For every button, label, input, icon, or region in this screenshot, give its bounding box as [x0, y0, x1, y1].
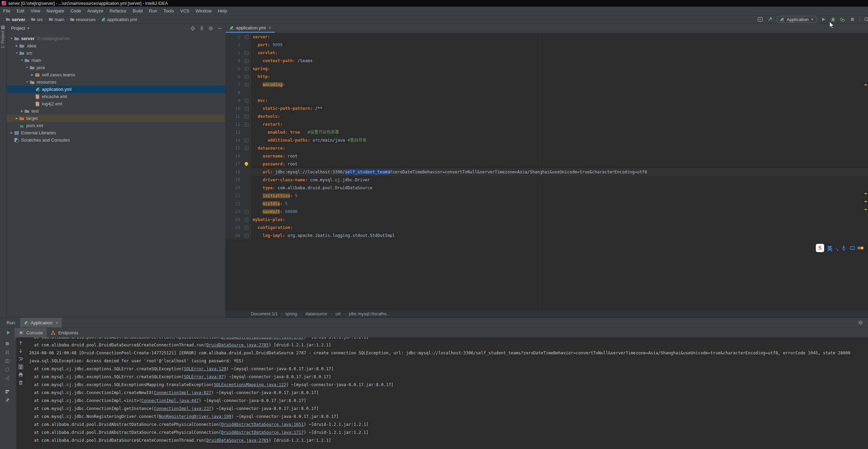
- fold-end-icon[interactable]: −: [245, 210, 248, 214]
- code-line-1[interactable]: 1−server:: [226, 33, 868, 41]
- keyboard-icon[interactable]: [850, 245, 855, 251]
- stack-trace-link[interactable]: ConnectionImpl.java:447: [141, 398, 199, 403]
- up-arrow-icon[interactable]: [18, 340, 23, 346]
- code-line-8[interactable]: 8: [226, 89, 868, 97]
- tree-right-arrow-icon[interactable]: ▶: [9, 131, 14, 134]
- tree-right-arrow-icon[interactable]: ▶: [20, 109, 24, 113]
- tree-right-arrow-icon[interactable]: ▶: [15, 44, 19, 47]
- editor-breadcrumb-item[interactable]: Document 1/1: [251, 312, 278, 316]
- code-line-11[interactable]: 11− devtools:: [226, 113, 868, 121]
- run-tab-application[interactable]: Application ×: [20, 318, 62, 327]
- tree-item-resources[interactable]: ▼resources: [7, 78, 225, 86]
- menu-item-run[interactable]: Run: [146, 7, 160, 15]
- fold-end-icon[interactable]: −: [245, 234, 248, 238]
- code-line-12[interactable]: 12− restart:: [226, 121, 868, 128]
- tree-item-External-Libraries[interactable]: ▶External Libraries: [7, 129, 225, 136]
- close-icon[interactable]: ×: [268, 25, 271, 30]
- stack-trace-link[interactable]: SQLExceptionsMapping.java:122: [214, 382, 286, 387]
- menu-item-edit[interactable]: Edit: [13, 7, 27, 15]
- tree-item-log4j2-xml[interactable]: <>log4j2.xml: [7, 100, 225, 107]
- code-line-10[interactable]: 10− static-path-pattern: /**: [226, 105, 868, 113]
- code-line-5[interactable]: 5−spring:: [226, 65, 868, 73]
- code-line-18[interactable]: 18 url: jdbc:mysql://localhost:3306/self…: [226, 168, 868, 176]
- tree-down-arrow-icon[interactable]: ▼: [25, 66, 29, 69]
- code-line-20[interactable]: 20 type: com.alibaba.druid.pool.DruidDat…: [226, 184, 868, 192]
- menu-item-refactor[interactable]: Refactor: [106, 7, 130, 15]
- stack-trace-link[interactable]: ConnectionImpl.java:237: [154, 406, 211, 411]
- ime-language-mode[interactable]: 英: [827, 245, 832, 252]
- menu-item-tools[interactable]: Tools: [160, 7, 177, 15]
- run-console[interactable]: at com.alibaba.druid.pool.DruidAbstractD…: [0, 337, 868, 449]
- stack-trace-link[interactable]: DruidDataSource.java:2785: [206, 343, 269, 347]
- breadcrumb-item-resources[interactable]: resources: [70, 17, 96, 22]
- tab-endpoints[interactable]: Endpoints: [47, 328, 82, 337]
- tree-right-arrow-icon[interactable]: ▶: [15, 117, 19, 120]
- menu-item-help[interactable]: Help: [215, 7, 230, 15]
- code-editor[interactable]: 1−server:2 port: 99993− servlet:4− conte…: [226, 33, 868, 310]
- tree-item-test[interactable]: ▶test: [7, 107, 225, 115]
- code-line-2[interactable]: 2 port: 9999: [226, 41, 868, 49]
- menu-item-vcs[interactable]: VCS: [177, 7, 192, 15]
- code-line-4[interactable]: 4− context-path: /teams: [226, 57, 868, 65]
- fold-collapse-icon[interactable]: −: [245, 218, 248, 222]
- editor-tab-application-yml[interactable]: application.yml ×: [226, 24, 275, 33]
- search-icon[interactable]: [864, 17, 868, 22]
- tree-item-ehcache-xml[interactable]: <>ehcache.xml: [7, 93, 225, 100]
- run-button[interactable]: [821, 17, 826, 22]
- pause-icon[interactable]: [4, 350, 10, 355]
- fold-collapse-icon[interactable]: −: [245, 123, 248, 126]
- code-line-24[interactable]: 24−mybatis-plus:: [226, 216, 868, 224]
- close-icon[interactable]: ×: [56, 320, 58, 325]
- code-line-15[interactable]: 15− datasource:: [226, 144, 868, 152]
- fold-collapse-icon[interactable]: −: [245, 99, 248, 103]
- soft-wrap-icon[interactable]: [18, 356, 23, 362]
- stop-icon[interactable]: [4, 341, 10, 346]
- fold-collapse-icon[interactable]: −: [245, 67, 248, 71]
- code-line-3[interactable]: 3− servlet:: [226, 49, 868, 57]
- fold-collapse-icon[interactable]: −: [245, 75, 248, 79]
- stack-trace-link[interactable]: DruidAbstractDataSource.java:1717: [221, 430, 303, 435]
- fold-end-icon[interactable]: −: [245, 107, 248, 111]
- rerun-icon[interactable]: [6, 330, 11, 335]
- stack-trace-link[interactable]: DruidDataSource.java:2785: [206, 438, 269, 443]
- breadcrumb-item-application-yml[interactable]: application.yml: [101, 17, 137, 22]
- tree-item-target[interactable]: ▶target: [7, 115, 225, 122]
- down-arrow-icon[interactable]: [18, 348, 23, 354]
- breadcrumb-item-main[interactable]: main: [48, 17, 64, 22]
- run-configuration-select[interactable]: Application ▼: [777, 16, 817, 23]
- exit-icon[interactable]: [4, 375, 10, 381]
- tree-item-Scratches-and-Consoles[interactable]: Scratches and Consoles: [7, 136, 225, 144]
- stack-trace-link[interactable]: SQLError.java:129: [184, 366, 226, 371]
- tab-console[interactable]: Console: [15, 328, 47, 337]
- fold-collapse-icon[interactable]: −: [245, 146, 248, 150]
- fold-end-icon[interactable]: −: [245, 59, 248, 63]
- editor-breadcrumb-item[interactable]: url:: [336, 312, 341, 316]
- stop-button[interactable]: [850, 17, 855, 22]
- code-line-21[interactable]: 21 initialSize: 5: [226, 192, 868, 200]
- menu-item-view[interactable]: View: [27, 7, 43, 15]
- stack-trace-link[interactable]: ConnectionImpl.java:827: [154, 390, 211, 395]
- code-line-16[interactable]: 16 username: root: [226, 152, 868, 160]
- tool-stripe-project[interactable]: 1: Project: [0, 26, 5, 48]
- tree-down-arrow-icon[interactable]: ▼: [9, 37, 14, 40]
- tree-item-application-yml[interactable]: application.yml: [7, 86, 225, 93]
- ime-skin-icon[interactable]: [858, 247, 864, 249]
- sogou-logo-icon[interactable]: S: [816, 244, 824, 252]
- fold-collapse-icon[interactable]: −: [245, 51, 248, 55]
- code-line-9[interactable]: 9− mvc:: [226, 97, 868, 105]
- settings-gear-icon[interactable]: [208, 26, 214, 31]
- code-line-25[interactable]: 25− configuration:: [226, 224, 868, 232]
- code-line-26[interactable]: 26− log-impl: org.apache.ibatis.logging.…: [226, 232, 868, 240]
- screenshot-icon[interactable]: [4, 358, 10, 364]
- menu-item-code[interactable]: Code: [67, 7, 84, 15]
- tree-right-arrow-icon[interactable]: ▶: [30, 73, 35, 76]
- microphone-icon[interactable]: [841, 245, 847, 251]
- code-line-23[interactable]: 23− maxWait: 60000: [226, 208, 868, 216]
- menu-item-analyze[interactable]: Analyze: [84, 7, 106, 15]
- scroll-end-icon[interactable]: [18, 364, 23, 370]
- intention-bulb-icon[interactable]: [245, 162, 248, 165]
- run-settings-gear-icon[interactable]: [858, 320, 863, 325]
- tree-item-src[interactable]: ▼src: [7, 49, 225, 57]
- ime-punctuation-mode[interactable]: ·,: [836, 245, 838, 251]
- menu-item-build[interactable]: Build: [130, 7, 146, 15]
